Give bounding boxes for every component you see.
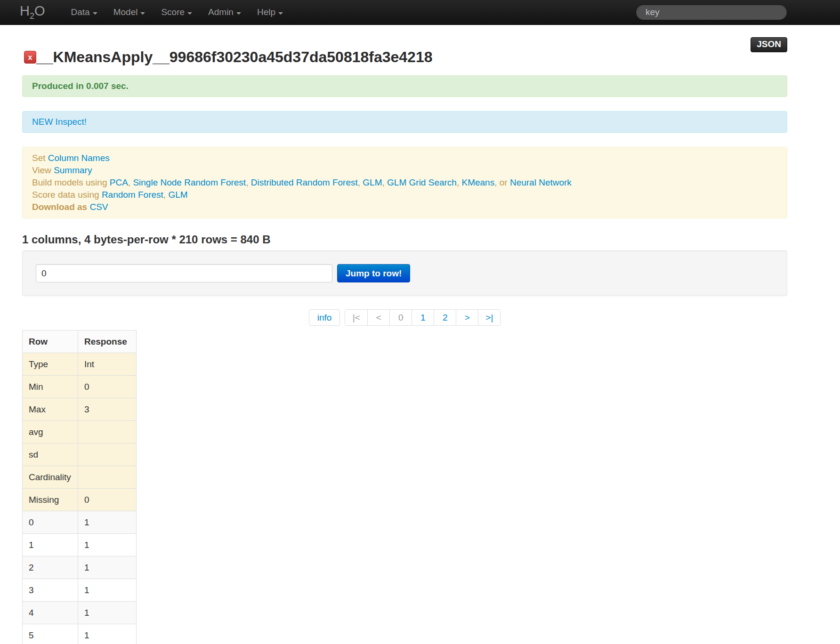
table-column-header: Row bbox=[23, 330, 78, 353]
pagination-page-2[interactable]: 2 bbox=[434, 310, 456, 325]
table-cell bbox=[78, 421, 137, 443]
info-button[interactable]: info bbox=[309, 309, 340, 326]
data-row: 51 bbox=[23, 624, 137, 644]
caret-down-icon bbox=[278, 12, 283, 15]
table-cell: Missing bbox=[23, 489, 78, 511]
action-link[interactable]: GLM Grid Search bbox=[387, 177, 457, 187]
table-cell: Type bbox=[23, 353, 78, 376]
navbar: H2O DataModelScoreAdminHelp bbox=[0, 0, 840, 25]
caret-down-icon bbox=[140, 12, 145, 15]
h2o-logo[interactable]: H2O bbox=[20, 3, 45, 21]
table-cell: Min bbox=[23, 376, 78, 398]
action-line: Download as CSV bbox=[32, 201, 777, 213]
table-cell: 5 bbox=[23, 624, 78, 644]
navbar-menus: DataModelScoreAdminHelp bbox=[63, 0, 291, 24]
pagination-last-page[interactable]: >| bbox=[478, 310, 500, 325]
action-text: , bbox=[358, 177, 363, 187]
nav-menu-model[interactable]: Model bbox=[105, 0, 153, 24]
data-row: 01 bbox=[23, 511, 137, 534]
nav-menu-label: Data bbox=[71, 7, 90, 17]
summary-row: Cardinality bbox=[23, 466, 137, 489]
action-line: View Summary bbox=[32, 164, 777, 177]
page-title: __KMeansApply__99686f30230a45d37da50818f… bbox=[36, 48, 433, 66]
title-line: x __KMeansApply__99686f30230a45d37da5081… bbox=[24, 48, 433, 66]
table-cell: 0 bbox=[23, 511, 78, 534]
column-summary-table: RowResponse TypeIntMin0Max3avgsdCardinal… bbox=[22, 330, 137, 644]
nav-menu-data[interactable]: Data bbox=[63, 0, 105, 24]
table-cell bbox=[78, 466, 137, 489]
table-column-header: Response bbox=[78, 330, 137, 353]
table-cell: 3 bbox=[23, 579, 78, 602]
action-line: Set Column Names bbox=[32, 152, 777, 164]
data-row: 41 bbox=[23, 602, 137, 624]
table-cell: 1 bbox=[78, 579, 137, 602]
pagination-page-0: 0 bbox=[389, 310, 412, 325]
produced-alert-text: Produced in 0.007 sec. bbox=[32, 81, 129, 91]
jump-to-row-panel: Jump to row! bbox=[22, 250, 787, 296]
nav-menu-score[interactable]: Score bbox=[153, 0, 200, 24]
summary-row: Max3 bbox=[23, 398, 137, 421]
action-text: , bbox=[163, 190, 169, 200]
action-line: Build models using PCA, Single Node Rand… bbox=[32, 177, 777, 189]
table-cell: 1 bbox=[78, 602, 137, 624]
action-link[interactable]: PCA bbox=[110, 177, 128, 187]
nav-menu-label: Admin bbox=[208, 7, 234, 17]
table-cell: 0 bbox=[78, 376, 137, 398]
summary-row: TypeInt bbox=[23, 353, 137, 376]
row-number-input[interactable] bbox=[36, 264, 332, 282]
action-link[interactable]: GLM bbox=[168, 190, 187, 200]
table-cell: Int bbox=[78, 353, 137, 376]
table-cell: avg bbox=[23, 421, 78, 443]
produced-alert: Produced in 0.007 sec. bbox=[22, 75, 787, 97]
table-header-row: RowResponse bbox=[23, 330, 137, 353]
search-input[interactable] bbox=[636, 4, 787, 20]
brand-o: O bbox=[34, 3, 45, 18]
close-button[interactable]: x bbox=[24, 51, 36, 64]
summary-row: sd bbox=[23, 443, 137, 466]
caret-down-icon bbox=[187, 12, 192, 15]
action-link[interactable]: Neural Network bbox=[510, 177, 572, 187]
table-cell: 0 bbox=[78, 489, 137, 511]
action-text: Set bbox=[32, 153, 48, 163]
table-body: TypeIntMin0Max3avgsdCardinalityMissing00… bbox=[23, 353, 137, 644]
nav-menu-help[interactable]: Help bbox=[249, 0, 291, 24]
action-text: , bbox=[382, 177, 388, 187]
action-link[interactable]: GLM bbox=[363, 177, 382, 187]
table-cell: 1 bbox=[78, 511, 137, 534]
caret-down-icon bbox=[93, 12, 97, 15]
table-cell: 1 bbox=[78, 624, 137, 644]
json-button[interactable]: JSON bbox=[751, 37, 787, 52]
action-link[interactable]: Column Names bbox=[48, 153, 110, 163]
table-cell: Cardinality bbox=[23, 466, 78, 489]
pagination-page-1[interactable]: 1 bbox=[412, 310, 434, 325]
table-cell: sd bbox=[23, 443, 78, 466]
action-link[interactable]: Distributed Random Forest bbox=[251, 177, 358, 187]
action-link[interactable]: Summary bbox=[54, 165, 92, 175]
action-line: Score data using Random Forest, GLM bbox=[32, 189, 777, 201]
pagination-prev-page: < bbox=[367, 310, 389, 325]
table-cell: 1 bbox=[23, 534, 78, 556]
data-row: 11 bbox=[23, 534, 137, 556]
jump-to-row-button[interactable]: Jump to row! bbox=[337, 264, 410, 282]
nav-menu-admin[interactable]: Admin bbox=[200, 0, 249, 24]
nav-menu-label: Score bbox=[161, 7, 185, 17]
brand-h: H bbox=[20, 3, 30, 18]
table-cell: 1 bbox=[78, 534, 137, 556]
new-inspect-link[interactable]: NEW Inspect! bbox=[32, 117, 87, 127]
table-cell bbox=[78, 443, 137, 466]
action-link[interactable]: CSV bbox=[89, 202, 108, 212]
table-cell: 1 bbox=[78, 556, 137, 579]
data-row: 21 bbox=[23, 556, 137, 579]
action-link[interactable]: Random Forest bbox=[102, 190, 163, 200]
summary-row: Min0 bbox=[23, 376, 137, 398]
table-cell: 2 bbox=[23, 556, 78, 579]
pagination: info |<<012>>| bbox=[22, 309, 787, 326]
action-link[interactable]: KMeans bbox=[461, 177, 494, 187]
action-text: Score data using bbox=[32, 190, 102, 200]
pagination-next-page[interactable]: > bbox=[456, 310, 478, 325]
action-link[interactable]: Single Node Random Forest bbox=[133, 177, 246, 187]
action-text: , or bbox=[494, 177, 510, 187]
summary-row: Missing0 bbox=[23, 489, 137, 511]
data-row: 31 bbox=[23, 579, 137, 602]
action-text: View bbox=[32, 165, 54, 175]
